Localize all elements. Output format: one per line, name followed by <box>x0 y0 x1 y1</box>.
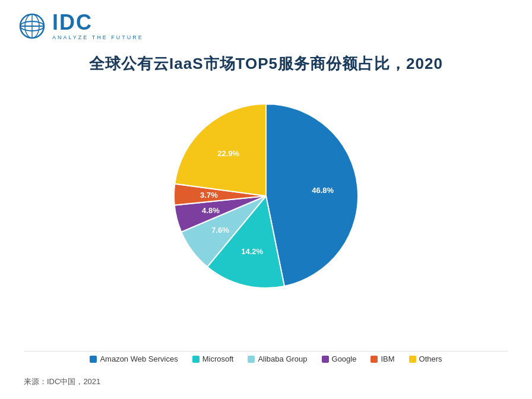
pie-chart-svg: 46.8%14.2%7.6%4.8%3.7%22.9% <box>159 89 373 303</box>
legend-item-amazon-web-services: Amazon Web Services <box>90 354 178 363</box>
pie-label-4: 3.7% <box>200 191 218 200</box>
page: IDC ANALYZE THE FUTURE 全球公有云IaaS市场TOP5服务… <box>0 0 532 399</box>
pie-label-3: 4.8% <box>202 206 220 215</box>
pie-label-1: 14.2% <box>241 247 263 256</box>
legend: Amazon Web ServicesMicrosoftAlibaba Grou… <box>0 354 532 363</box>
legend-color-dot <box>322 356 329 363</box>
source-text: 来源：IDC中国，2021 <box>24 376 100 387</box>
legend-item-label: IBM <box>381 354 394 363</box>
chart-title: 全球公有云IaaS市场TOP5服务商份额占比，2020 <box>0 53 532 74</box>
legend-item-google: Google <box>322 354 357 363</box>
legend-item-label: Alibaba Group <box>258 354 307 363</box>
legend-item-label: Others <box>419 354 442 363</box>
pie-chart-container: 46.8%14.2%7.6%4.8%3.7%22.9% <box>159 89 373 303</box>
legend-color-dot <box>370 356 378 363</box>
legend-item-ibm: IBM <box>370 354 394 363</box>
legend-color-dot <box>409 356 416 363</box>
legend-item-alibaba-group: Alibaba Group <box>248 354 307 363</box>
legend-item-label: Google <box>332 354 357 363</box>
legend-color-dot <box>192 356 200 363</box>
header: IDC ANALYZE THE FUTURE <box>18 12 144 40</box>
legend-color-dot <box>90 356 97 363</box>
legend-color-dot <box>248 356 255 363</box>
logo-text-block: IDC ANALYZE THE FUTURE <box>52 12 144 40</box>
idc-logo-icon <box>18 12 46 40</box>
legend-item-microsoft: Microsoft <box>192 354 234 363</box>
legend-item-label: Amazon Web Services <box>100 354 178 363</box>
pie-segment-amazon-web-services <box>266 104 358 286</box>
pie-label-0: 46.8% <box>312 186 334 195</box>
logo-idc-text: IDC <box>52 12 144 33</box>
legend-item-label: Microsoft <box>202 354 234 363</box>
pie-label-5: 22.9% <box>217 149 239 158</box>
pie-label-2: 7.6% <box>211 226 229 235</box>
legend-divider <box>24 351 508 352</box>
legend-item-others: Others <box>409 354 442 363</box>
logo-tagline: ANALYZE THE FUTURE <box>52 34 144 40</box>
